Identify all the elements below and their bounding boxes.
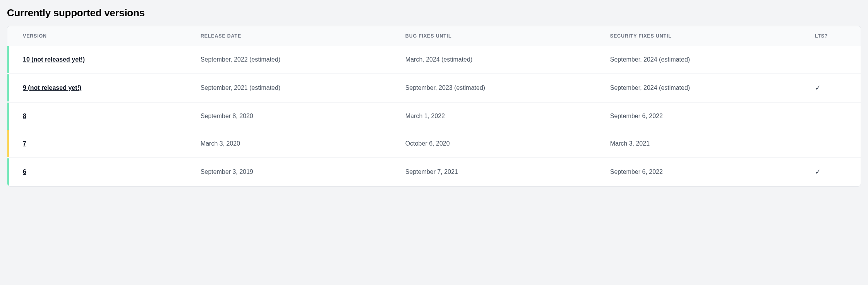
bug-cell: September, 2023 (estimated) xyxy=(400,74,605,103)
release-cell: March 3, 2020 xyxy=(195,130,400,158)
bug-cell: September 7, 2021 xyxy=(400,158,605,187)
status-stripe xyxy=(7,158,9,185)
page-title: Currently supported versions xyxy=(7,7,861,19)
release-cell: September 8, 2020 xyxy=(195,103,400,130)
status-stripe xyxy=(7,74,9,101)
version-link[interactable]: 7 xyxy=(23,140,26,147)
lts-cell xyxy=(810,103,861,130)
version-link[interactable]: 6 xyxy=(23,168,26,175)
table-header-row: VERSION RELEASE DATE BUG FIXES UNTIL SEC… xyxy=(7,26,861,46)
version-cell: 7 xyxy=(7,130,195,158)
check-icon: ✓ xyxy=(815,84,821,92)
security-cell: September, 2024 (estimated) xyxy=(605,74,810,103)
version-cell: 8 xyxy=(7,103,195,130)
release-cell: September, 2021 (estimated) xyxy=(195,74,400,103)
table-row: 10 (not released yet!)September, 2022 (e… xyxy=(7,46,861,74)
table-row: 6September 3, 2019September 7, 2021Septe… xyxy=(7,158,861,187)
security-cell: September 6, 2022 xyxy=(605,103,810,130)
table-row: 7March 3, 2020October 6, 2020March 3, 20… xyxy=(7,130,861,158)
release-cell: September, 2022 (estimated) xyxy=(195,46,400,74)
bug-cell: March, 2024 (estimated) xyxy=(400,46,605,74)
versions-table: VERSION RELEASE DATE BUG FIXES UNTIL SEC… xyxy=(7,26,861,187)
col-header-security: SECURITY FIXES UNTIL xyxy=(605,26,810,46)
version-cell: 9 (not released yet!) xyxy=(7,74,195,103)
check-icon: ✓ xyxy=(815,168,821,176)
lts-cell xyxy=(810,130,861,158)
col-header-bug: BUG FIXES UNTIL xyxy=(400,26,605,46)
security-cell: September, 2024 (estimated) xyxy=(605,46,810,74)
lts-cell: ✓ xyxy=(810,158,861,187)
security-cell: September 6, 2022 xyxy=(605,158,810,187)
status-stripe xyxy=(7,103,9,130)
security-cell: March 3, 2021 xyxy=(605,130,810,158)
bug-cell: March 1, 2022 xyxy=(400,103,605,130)
release-cell: September 3, 2019 xyxy=(195,158,400,187)
version-link[interactable]: 9 (not released yet!) xyxy=(23,84,81,91)
version-cell: 6 xyxy=(7,158,195,187)
table-row: 9 (not released yet!)September, 2021 (es… xyxy=(7,74,861,103)
version-cell: 10 (not released yet!) xyxy=(7,46,195,74)
lts-cell xyxy=(810,46,861,74)
table-row: 8September 8, 2020March 1, 2022September… xyxy=(7,103,861,130)
bug-cell: October 6, 2020 xyxy=(400,130,605,158)
status-stripe xyxy=(7,130,9,157)
version-link[interactable]: 8 xyxy=(23,113,26,120)
version-link[interactable]: 10 (not released yet!) xyxy=(23,56,85,63)
col-header-lts: LTS? xyxy=(810,26,861,46)
col-header-release: RELEASE DATE xyxy=(195,26,400,46)
col-header-version: VERSION xyxy=(7,26,195,46)
lts-cell: ✓ xyxy=(810,74,861,103)
status-stripe xyxy=(7,46,9,73)
